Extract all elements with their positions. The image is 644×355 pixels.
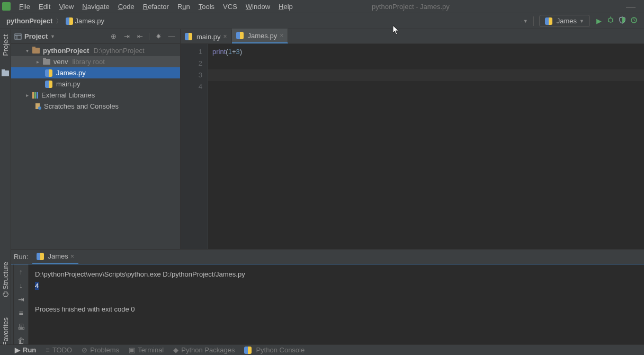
print-icon[interactable]: 🖶 [17, 323, 25, 331]
profile-icon[interactable] [628, 16, 640, 25]
run-output[interactable]: D:\pythonProject\venv\Scripts\python.exe… [29, 264, 644, 355]
svg-point-12 [38, 106, 41, 110]
down-icon[interactable]: ↓ [19, 281, 23, 290]
python-icon [45, 69, 52, 77]
status-todo[interactable]: ≡ TODO [46, 346, 72, 354]
project-view-icon [14, 33, 22, 40]
menu-navigate[interactable]: Navigate [78, 0, 113, 13]
tree-external-libraries[interactable]: ▸ External Libraries [11, 90, 180, 101]
breadcrumb-project[interactable]: pythonProject [4, 17, 55, 25]
run-tab-james[interactable]: James × [32, 250, 78, 264]
menu-code[interactable]: Code [114, 0, 139, 13]
menu-window[interactable]: Window [241, 0, 274, 13]
coverage-icon[interactable] [616, 16, 628, 25]
breadcrumb-file[interactable]: James.py [64, 17, 106, 25]
close-icon[interactable]: × [223, 33, 227, 40]
project-root-name: pythonProject [43, 47, 89, 55]
tab-james[interactable]: James.py × [232, 29, 289, 43]
svg-rect-8 [15, 34, 21, 39]
run-output-exit: Process finished with exit code 0 [35, 305, 135, 313]
file-james-label: James.py [56, 69, 86, 77]
minimize-icon[interactable]: — [620, 1, 642, 12]
external-libraries-label: External Libraries [41, 91, 95, 99]
tree-scratches[interactable]: Scratches and Consoles [11, 101, 180, 112]
venv-name: venv [53, 58, 68, 66]
menu-vcs[interactable]: VCS [219, 0, 241, 13]
python-icon [244, 347, 252, 354]
run-output-result: 4 [35, 282, 39, 290]
run-tab-label: James [48, 252, 68, 260]
project-root-path: D:\pythonProject [93, 47, 144, 55]
python-icon [66, 17, 73, 25]
tab-main-label: main.py [196, 33, 221, 41]
python-icon [545, 17, 552, 25]
menu-refactor[interactable]: Refactor [139, 0, 173, 13]
collapse-all-icon[interactable]: ⇤ [135, 32, 145, 40]
python-icon [236, 32, 244, 39]
scratch-icon [34, 103, 42, 110]
close-icon[interactable]: × [70, 252, 75, 260]
scroll-icon[interactable]: ≡ [19, 309, 23, 317]
chevron-down-icon: ▼ [579, 19, 584, 24]
sidebar-tab-structure[interactable]: ⌬ Structure [2, 260, 10, 299]
chevron-down-icon[interactable]: ▼ [50, 34, 55, 39]
locate-icon[interactable]: ⊕ [108, 32, 119, 40]
svg-point-1 [609, 18, 613, 22]
expand-all-icon[interactable]: ⇥ [121, 32, 132, 40]
code-token: print [212, 48, 226, 56]
chevron-right-icon[interactable]: ▸ [34, 59, 41, 65]
tab-james-label: James.py [248, 32, 278, 40]
sidebar-tab-project[interactable]: Project [2, 32, 10, 58]
python-icon [185, 33, 192, 40]
user-icon[interactable]: ▼ [518, 17, 531, 25]
menu-run[interactable]: Run [173, 0, 194, 13]
status-problems[interactable]: ⊘ Problems [82, 346, 119, 354]
python-icon [45, 81, 52, 88]
up-icon[interactable]: ↑ [19, 268, 23, 276]
app-icon [2, 2, 11, 11]
line-gutter: 1 2 3 4 [181, 44, 208, 249]
hide-icon[interactable]: — [166, 32, 177, 40]
close-icon[interactable]: × [280, 32, 283, 39]
menu-tools[interactable]: Tools [194, 0, 219, 13]
menu-edit[interactable]: Edit [34, 0, 55, 13]
code-token: ) [240, 48, 242, 56]
menu-view[interactable]: View [55, 0, 78, 13]
tab-main[interactable]: main.py × [181, 30, 232, 43]
tree-file-james[interactable]: James.py [11, 67, 180, 78]
status-terminal[interactable]: ▣ Terminal [129, 346, 164, 354]
run-output-cmd: D:\pythonProject\venv\Scripts\python.exe… [35, 270, 245, 278]
status-run[interactable]: ▶ Run [15, 346, 36, 354]
menu-help[interactable]: Help [274, 0, 297, 13]
chevron-down-icon[interactable]: ▾ [24, 48, 30, 54]
run-config-selector[interactable]: James ▼ [539, 15, 590, 27]
run-panel-label: Run: [14, 253, 28, 261]
tree-project-root[interactable]: ▾ pythonProject D:\pythonProject [11, 45, 180, 56]
status-python-console[interactable]: Python Console [244, 346, 305, 354]
code-token: 1 [228, 48, 232, 56]
python-icon [37, 253, 44, 260]
tree-file-main[interactable]: main.py [11, 78, 180, 90]
tree-venv[interactable]: ▸ venv library root [11, 56, 180, 67]
venv-tag: library root [72, 58, 104, 66]
settings-icon[interactable]: ✷ [153, 32, 164, 40]
folder-icon [32, 48, 40, 54]
run-config-name: James [557, 17, 577, 25]
file-main-label: main.py [56, 80, 80, 88]
folder-icon[interactable] [2, 70, 9, 76]
current-line-highlight [208, 69, 644, 81]
status-python-packages[interactable]: ◆ Python Packages [173, 346, 235, 354]
breadcrumb-sep-icon: 〉 [55, 16, 64, 26]
folder-icon [43, 59, 50, 65]
trash-icon[interactable]: 🗑 [17, 336, 25, 345]
scratches-label: Scratches and Consoles [44, 102, 119, 110]
window-title: pythonProject - James.py [297, 3, 524, 11]
run-icon[interactable]: ▶ [593, 17, 605, 25]
softwrap-icon[interactable]: ⇥ [18, 295, 24, 304]
chevron-right-icon[interactable]: ▸ [24, 92, 30, 98]
code-token: 3 [236, 48, 239, 56]
project-panel-title[interactable]: Project [24, 32, 48, 40]
menu-file[interactable]: FFileile [15, 0, 34, 13]
debug-icon[interactable] [605, 16, 616, 25]
code-editor[interactable]: 1 2 3 4 print(1+3) [181, 44, 644, 249]
